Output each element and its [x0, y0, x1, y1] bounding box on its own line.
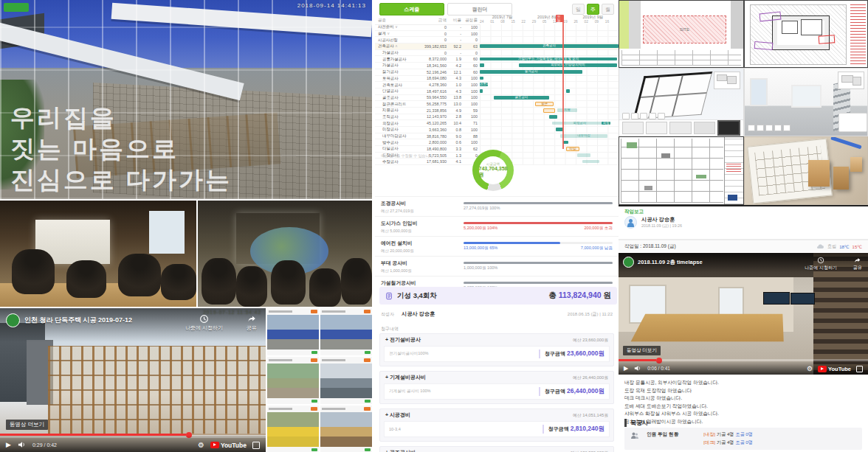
work-amount: 0 [412, 32, 449, 36]
thumbnail[interactable] [267, 308, 319, 355]
item-name-expander[interactable]: + 시공경비 [385, 411, 410, 419]
gantt-row[interactable]: 지붕공사 21,338,856 4.9 59 지붕 [375, 108, 619, 114]
gantt-row[interactable]: 사전준비 ∨ 0 - 100 [375, 24, 619, 31]
meeting-photo-right [198, 201, 372, 307]
work-ratio: 3.3 [449, 147, 464, 151]
viewer-toolbar[interactable] [622, 113, 665, 119]
gantt-row[interactable]: 외장공사 45,120,265 10.4 71 외장공사 외장 [375, 120, 619, 127]
gantt-bar[interactable]: 골조공사 [494, 96, 549, 100]
gantt-bar[interactable]: 건토1 [480, 83, 488, 86]
billing-banner[interactable]: 기성 3,4회차 총 113,824,940 원 [379, 287, 617, 305]
view-button[interactable]: 주 [587, 4, 599, 15]
gantt-row[interactable]: 설계 ∨ 0 - 100 [375, 31, 619, 38]
gantt-row[interactable]: 가설공사 0 - 0 [375, 50, 619, 57]
item-name-expander[interactable]: + 전기설비공사 [385, 336, 421, 344]
gantt-bar[interactable]: 철거공사 [480, 70, 582, 74]
watch-later-button[interactable]: 나중에 시청하기 [805, 257, 837, 271]
gantt-row[interactable]: 공통가설공사 8,372,000 1.9 60 가설사무소, 가설화장실, 세대… [375, 56, 619, 63]
thumbnail[interactable] [267, 357, 319, 404]
play-icon[interactable]: ▶ [6, 442, 11, 448]
gantt-bar[interactable] [543, 108, 554, 113]
gantt-bar[interactable] [582, 160, 599, 164]
item-name-expander[interactable]: + 기계설비공사비 [385, 374, 426, 381]
budget-row[interactable]: 부대 공사비 예산 1,000,000원 1,000,000원 100% [375, 256, 619, 276]
work-amount: 45,120,265 [412, 121, 449, 125]
gantt-bar[interactable]: 내부마감 [560, 134, 607, 138]
video-title[interactable]: 2018.11.09 2층 timelapse [638, 259, 703, 266]
volume-icon[interactable] [18, 441, 26, 448]
share-button[interactable]: 공유 [247, 314, 257, 332]
view-thumb[interactable] [646, 122, 667, 134]
gantt-row[interactable]: 조적공사 12,143,970 2.8 100 [375, 114, 619, 121]
gantt-time-header: 2019년 7월2019년 8월2019년 9월 240108152229051… [480, 15, 616, 24]
chevron-icon[interactable]: ∨ [395, 24, 398, 29]
view-thumb[interactable] [694, 122, 715, 134]
tab[interactable]: 스케줄 [379, 3, 444, 15]
youtube-logo[interactable]: YouTube [818, 366, 851, 372]
thumbnail[interactable] [320, 357, 372, 404]
gantt-row[interactable]: 철근콘크리트 56,258,775 13.0 100 철근 [375, 101, 619, 108]
gantt-bar[interactable] [480, 77, 483, 80]
more-videos-badge[interactable]: 동영상 더보기 [6, 420, 48, 430]
gantt-row[interactable]: 철거공사 52,196,246 12.1 60 철거공사 [375, 69, 619, 76]
view-button[interactable]: 월 [602, 4, 614, 15]
viewer-minimap[interactable] [714, 72, 740, 89]
gantt-bar[interactable]: 외부비계,보양/먼지막이 [519, 63, 617, 67]
channel-avatar[interactable] [6, 313, 20, 327]
youtube-player-timelapse[interactable]: 2018.11.09 2층 timelapse 나중에 시청하기 공유 동영상 … [619, 253, 868, 375]
view-button[interactable]: 일 [572, 4, 585, 15]
youtube-player-construction[interactable]: 2019-07-12 11:54:42 인천 청라 단독주택 시공 2019-0… [0, 308, 266, 452]
gantt-row[interactable]: 방수공사 2,800,000 0.6 100 [375, 139, 619, 146]
gantt-bar[interactable] [549, 115, 557, 119]
thumbnail[interactable] [267, 406, 319, 452]
thumbnail[interactable] [320, 406, 372, 452]
avatar[interactable] [624, 216, 637, 229]
chevron-icon[interactable]: ∧ [395, 44, 398, 48]
tab[interactable]: 캘린더 [447, 3, 512, 15]
work-progress: 100 [464, 114, 480, 119]
fullscreen-icon[interactable] [856, 366, 863, 372]
view-thumb[interactable] [669, 122, 691, 134]
play-icon[interactable]: ▶ [624, 366, 628, 372]
gantt-row[interactable]: 내부마감공사 38,816,780 9.0 88 내부마감 [375, 133, 619, 140]
view-thumb-active[interactable] [717, 120, 740, 135]
settings-gear-icon[interactable]: ⚙ [198, 442, 204, 449]
budget-row[interactable]: 조경공사비 예산 27,274,019원 27,274,019원 100% [375, 196, 619, 216]
gantt-bar[interactable]: 가설사무소, 가설화장실, 세대안전 및 먼지 [480, 58, 617, 61]
gantt-bar[interactable]: 건축공사 [480, 44, 619, 48]
gantt-bar[interactable] [566, 89, 571, 93]
gantt-row[interactable]: 미장공사 3,663,360 0.8 100 [375, 127, 619, 133]
viewer-toolbar[interactable] [748, 125, 790, 131]
gantt-bar[interactable]: 외장공사 [552, 122, 607, 125]
budget-row[interactable]: 도시가스 인입비 예산 5,000,000원 5,200,000원 104% 2… [375, 216, 619, 236]
gantt-bar[interactable] [480, 89, 483, 93]
gantt-row[interactable]: 단열공사 18,497,616 4.3 100 [375, 88, 619, 95]
settings-gear-icon[interactable]: ⚙ [807, 366, 813, 372]
chevron-icon[interactable]: ∨ [387, 31, 390, 35]
video-title[interactable]: 인천 청라 단독주택 시공 2019-07-12 [24, 316, 132, 325]
view-thumb[interactable] [622, 122, 644, 134]
gantt-row[interactable]: 가설공사 18,341,560 4.2 60 외부비계,보양/먼지막이 [375, 63, 619, 69]
gantt-bar[interactable]: 철근 [535, 102, 554, 106]
fullscreen-icon[interactable] [252, 442, 260, 449]
channel-avatar[interactable] [623, 257, 634, 268]
item-name-expander[interactable]: + 골조공사비 [385, 449, 416, 452]
gantt-row[interactable]: 골조공사 59,964,550 13.8 100 골조공사 [375, 95, 619, 102]
gantt-bar[interactable]: 지붕 [557, 108, 576, 112]
youtube-logo[interactable]: YouTube [210, 442, 247, 449]
budget-row[interactable]: 에어컨 설치비 예산 20,000,000원 13,000,000원 65% 7… [375, 236, 619, 256]
gantt-bar[interactable]: 외장 [602, 122, 610, 125]
gantt-row[interactable]: 건축공사 ∧ 399,182,653 92.2 63 건축공사 [375, 44, 619, 50]
viewer-minimap[interactable] [838, 72, 864, 89]
gantt-row[interactable]: 시공사선정 0 - 0 [375, 37, 619, 44]
gantt-bar[interactable] [480, 63, 484, 67]
thumbnail[interactable] [320, 308, 372, 355]
gantt-row[interactable]: 토목공사 18,694,080 4.3 100 [375, 76, 619, 83]
watch-later-button[interactable]: 나중에 시청하기 [185, 314, 223, 332]
volume-icon[interactable] [634, 365, 641, 372]
more-videos-badge[interactable]: 동영상 더보기 [623, 346, 661, 355]
gantt-row[interactable]: 건축토공사 4,278,360 1.0 100 건토1 [375, 82, 619, 88]
gantt-bar[interactable]: 타일 [566, 147, 580, 151]
gantt-bar[interactable] [577, 153, 591, 157]
share-button[interactable]: 공유 [853, 257, 862, 271]
